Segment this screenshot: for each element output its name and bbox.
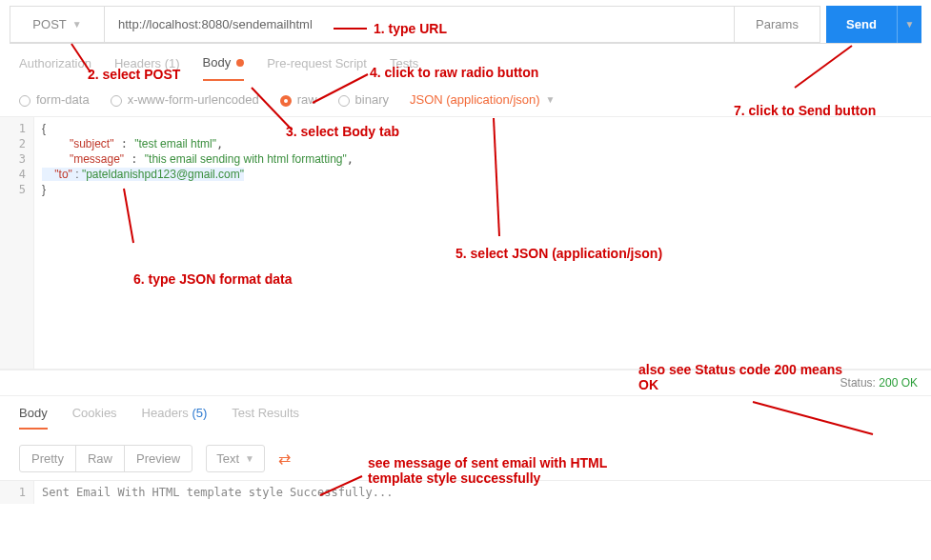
radio-label: binary (355, 92, 389, 107)
tab-headers[interactable]: Headers (1) (114, 55, 180, 81)
tab-label: Body (19, 406, 48, 420)
tab-label: Body (203, 55, 232, 70)
tab-label: Cookies (72, 406, 117, 420)
chevron-down-icon: ▼ (72, 19, 82, 30)
chevron-down-icon: ▼ (546, 94, 556, 105)
http-method-select[interactable]: POST ▼ (10, 6, 105, 43)
chevron-down-icon: ▼ (905, 19, 915, 30)
wrap-icon[interactable]: ⇄ (278, 450, 291, 468)
seg-label: Preview (136, 451, 180, 466)
response-body: 1 Sent Email With HTML template style Su… (0, 480, 931, 504)
radio-binary[interactable]: binary (338, 92, 389, 107)
resp-tab-cookies[interactable]: Cookies (72, 406, 117, 430)
radio-raw[interactable]: raw (280, 92, 317, 107)
tab-label: Tests (390, 56, 418, 70)
preview-button[interactable]: Preview (125, 446, 192, 471)
send-dropdown-button[interactable]: ▼ (897, 6, 921, 43)
seg-label: Raw (88, 451, 112, 466)
radio-icon (111, 95, 122, 107)
response-text: Sent Email With HTML template style Succ… (34, 481, 931, 504)
tab-label: Authorization (19, 56, 91, 70)
chevron-down-icon: ▼ (245, 453, 254, 464)
pretty-button[interactable]: Pretty (20, 446, 76, 471)
tab-label: Headers (1) (114, 56, 180, 70)
format-label: Text (216, 451, 239, 466)
tab-label: Headers (142, 406, 189, 420)
radio-icon (338, 95, 350, 107)
request-body-editor[interactable]: 12345 { "subject" : "test email html", "… (0, 117, 931, 370)
radio-icon (280, 95, 292, 107)
radio-xwww[interactable]: x-www-form-urlencoded (111, 92, 259, 107)
modified-dot-icon (236, 59, 244, 67)
radio-formdata[interactable]: form-data (19, 92, 90, 107)
content-type-select[interactable]: JSON (application/json)▼ (410, 92, 555, 107)
url-input[interactable]: http://localhost:8080/sendemailhtml (105, 6, 735, 43)
send-label: Send (846, 17, 877, 31)
raw-button[interactable]: Raw (76, 446, 125, 471)
resp-tab-tests[interactable]: Test Results (232, 406, 299, 430)
url-text: http://localhost:8080/sendemailhtml (118, 17, 313, 31)
view-mode-segment: Pretty Raw Preview (19, 445, 192, 472)
params-label: Params (756, 17, 799, 31)
tab-label: Pre-request Script (267, 56, 367, 70)
radio-label: raw (297, 92, 317, 107)
status-value: 200 OK (879, 376, 918, 390)
tab-prerequest[interactable]: Pre-request Script (267, 55, 367, 81)
line-gutter: 1 (0, 481, 34, 504)
http-method-label: POST (32, 17, 66, 31)
resp-tab-body[interactable]: Body (19, 406, 48, 430)
radio-label: form-data (36, 92, 90, 107)
params-button[interactable]: Params (735, 6, 820, 43)
line-gutter: 12345 (0, 117, 34, 369)
headers-count: (5) (192, 406, 207, 420)
resp-tab-headers[interactable]: Headers (5) (142, 406, 208, 430)
tab-body[interactable]: Body (203, 55, 245, 81)
code-area: { "subject" : "test email html", "messag… (34, 117, 931, 369)
send-button[interactable]: Send (826, 6, 897, 43)
radio-icon (19, 95, 30, 107)
tab-label: Test Results (232, 406, 299, 420)
status-row: Status: 200 OK (0, 370, 931, 395)
content-type-label: JSON (application/json) (410, 92, 540, 107)
format-select[interactable]: Text▼ (206, 445, 265, 472)
status-label: Status: (840, 376, 876, 390)
seg-label: Pretty (31, 451, 64, 466)
tab-tests[interactable]: Tests (390, 55, 418, 81)
tab-authorization[interactable]: Authorization (19, 55, 91, 81)
radio-label: x-www-form-urlencoded (128, 92, 259, 107)
